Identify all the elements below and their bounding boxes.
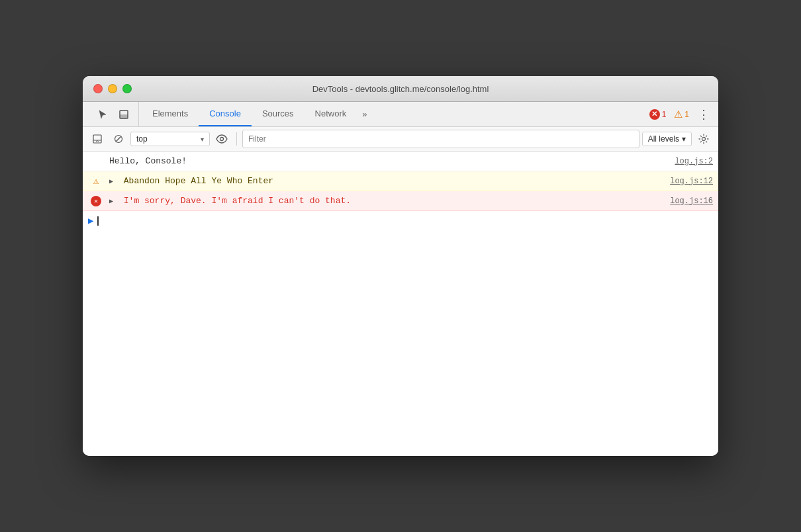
tab-sources[interactable]: Sources	[252, 102, 305, 126]
context-selector[interactable]: top ▾	[130, 132, 210, 146]
console-toolbar: top ▾ All levels ▾	[83, 127, 718, 152]
dock-icon[interactable]	[115, 105, 133, 124]
tab-elements[interactable]: Elements	[142, 102, 199, 126]
devtools-window: DevTools - devtools.glitch.me/console/lo…	[83, 76, 718, 456]
log-link-2[interactable]: log.js:16	[670, 197, 713, 206]
filter-input[interactable]	[242, 130, 639, 148]
console-cursor	[97, 216, 99, 226]
toolbar-divider	[236, 132, 237, 146]
console-row-log: Hello, Console! log.js:2	[83, 152, 718, 171]
log-link-0[interactable]: log.js:2	[675, 157, 713, 166]
title-bar: DevTools - devtools.glitch.me/console/lo…	[83, 76, 718, 102]
chevron-down-icon: ▾	[201, 136, 204, 143]
error-circle-icon: ✕	[91, 196, 101, 206]
console-settings-button[interactable]	[694, 130, 713, 148]
warning-message[interactable]: ▶ Abandon Hope All Ye Who Enter	[109, 176, 670, 186]
live-expressions-button[interactable]	[212, 130, 231, 148]
close-button[interactable]	[93, 84, 103, 93]
log-link-1[interactable]: log.js:12	[670, 177, 713, 186]
console-row-error: ✕ ▶ I'm sorry, Dave. I'm afraid I can't …	[83, 191, 718, 211]
prompt-arrow-icon: ▶	[88, 215, 93, 226]
tab-network[interactable]: Network	[305, 102, 357, 126]
maximize-button[interactable]	[122, 84, 132, 93]
minimize-button[interactable]	[108, 84, 117, 93]
tab-console[interactable]: Console	[199, 102, 252, 126]
error-row-icon: ✕	[89, 195, 103, 208]
svg-point-4	[220, 138, 224, 141]
error-icon: ✕	[649, 109, 660, 120]
devtools-icons	[88, 102, 139, 126]
log-message: Hello, Console!	[109, 156, 675, 166]
error-count-badge[interactable]: ✕ 1	[647, 108, 669, 121]
svg-rect-2	[93, 135, 101, 143]
traffic-lights	[93, 84, 132, 93]
svg-rect-1	[120, 114, 128, 118]
expand-warning-icon[interactable]: ▶	[109, 177, 117, 185]
warning-count-badge[interactable]: ⚠ 1	[671, 107, 692, 122]
show-drawer-button[interactable]	[88, 130, 107, 148]
more-tabs-button[interactable]: »	[357, 102, 372, 126]
warning-row-icon: ⚠	[89, 175, 103, 188]
log-levels-selector[interactable]: All levels ▾	[642, 132, 692, 146]
clear-console-button[interactable]	[109, 130, 128, 148]
more-options-button[interactable]: ⋮	[694, 105, 713, 124]
expand-error-icon[interactable]: ▶	[109, 197, 117, 205]
error-message[interactable]: ▶ I'm sorry, Dave. I'm afraid I can't do…	[109, 196, 670, 206]
console-output: Hello, Console! log.js:2 ⚠ ▶ Abandon Hop…	[83, 152, 718, 456]
console-input-row[interactable]: ▶	[83, 211, 718, 230]
svg-point-5	[702, 138, 706, 141]
console-row-warning: ⚠ ▶ Abandon Hope All Ye Who Enter log.js…	[83, 171, 718, 191]
window-title: DevTools - devtools.glitch.me/console/lo…	[312, 84, 489, 94]
levels-chevron-icon: ▾	[682, 134, 686, 144]
tab-right-group: ✕ 1 ⚠ 1 ⋮	[647, 102, 713, 126]
cursor-icon[interactable]	[93, 105, 112, 124]
tabs-bar: Elements Console Sources Network » ✕ 1 ⚠…	[83, 102, 718, 127]
warning-icon: ⚠	[674, 109, 683, 120]
